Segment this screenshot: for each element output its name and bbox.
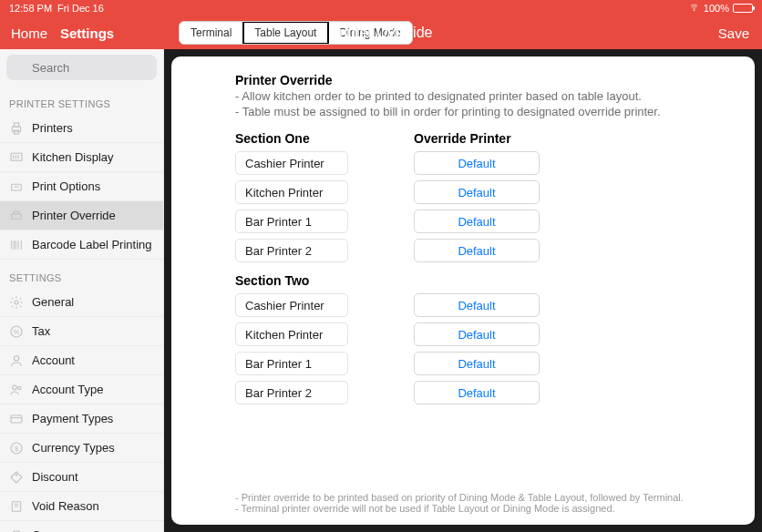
printer-row: Kitchen PrinterDefault [235, 180, 691, 204]
wifi-icon [688, 3, 700, 14]
section-name: Section Two [235, 273, 414, 288]
status-time: 12:58 PM [9, 3, 52, 14]
sidebar-item-label: Account [32, 353, 75, 367]
sidebar-item-printers[interactable]: Printers [0, 114, 163, 143]
sidebar-item-label: Currency Types [32, 441, 115, 455]
section-name: Section One [235, 131, 414, 146]
course-icon [9, 528, 24, 533]
gear-icon [9, 295, 24, 310]
override-col-header: Override Printer [414, 131, 511, 146]
override-select[interactable]: Default [414, 151, 540, 175]
svg-rect-12 [12, 214, 22, 219]
sidebar-item-print-options[interactable]: Print Options [0, 172, 163, 201]
sidebar-item-barcode-label-printing[interactable]: Barcode Label Printing [0, 230, 163, 260]
search-input[interactable] [6, 55, 157, 80]
payment-icon [9, 412, 24, 426]
printer-name: Cashier Printer [235, 151, 348, 175]
override-select[interactable]: Default [414, 210, 540, 233]
sidebar-item-tax[interactable]: %Tax [0, 317, 163, 346]
svg-text:%: % [14, 328, 19, 334]
svg-point-21 [14, 355, 18, 360]
override-select[interactable]: Default [414, 322, 540, 346]
sidebar-item-payment-types[interactable]: Payment Types [0, 404, 163, 434]
tab-table-layout[interactable]: Table Layout [243, 22, 328, 44]
save-button[interactable]: Save [718, 26, 749, 41]
sidebar-item-kitchen-display[interactable]: Kitchen Display [0, 143, 163, 172]
sidebar-item-label: Payment Types [32, 412, 113, 425]
sidebar-item-label: Barcode Label Printing [32, 238, 152, 251]
sidebar-item-currency-types[interactable]: $Currency Types [0, 434, 163, 463]
svg-point-22 [13, 385, 17, 390]
sidebar-item-label: General [32, 295, 74, 309]
sidebar-item-label: Printers [32, 121, 73, 135]
sidebar-item-general[interactable]: General [0, 288, 163, 317]
status-bar: 12:58 PM Fri Dec 16 100% [0, 0, 762, 16]
svg-point-23 [18, 386, 21, 389]
void-icon [9, 499, 24, 514]
svg-point-28 [15, 474, 16, 475]
home-link[interactable]: Home [11, 26, 47, 41]
display-icon [9, 150, 24, 165]
currency-icon: $ [9, 441, 24, 455]
override-select[interactable]: Default [414, 381, 540, 404]
svg-text:$: $ [15, 444, 18, 452]
override-select[interactable]: Default [414, 293, 540, 317]
panel-title: Printer Override [235, 73, 691, 87]
printer-name: Bar Printer 2 [235, 381, 348, 404]
printer-row: Bar Printer 2Default [235, 381, 691, 404]
account-type-icon [9, 383, 24, 397]
printer-name: Cashier Printer [235, 293, 348, 317]
printer-name: Bar Printer 1 [235, 210, 348, 233]
printer-row: Bar Printer 2Default [235, 239, 691, 262]
printer-row: Bar Printer 1Default [235, 210, 691, 233]
panel-desc-1: - Allow kitchen order to be printed to d… [235, 89, 691, 103]
sidebar-item-discount[interactable]: Discount [0, 463, 163, 492]
sidebar-item-void-reason[interactable]: Void Reason [0, 492, 163, 521]
sidebar-item-label: Void Reason [32, 499, 99, 513]
override-select[interactable]: Default [414, 352, 540, 375]
svg-rect-4 [14, 123, 18, 127]
battery-pct: 100% [704, 3, 729, 14]
account-icon [9, 353, 24, 368]
footnote-2: - Terminal printer override will not be … [235, 503, 691, 514]
svg-point-18 [15, 301, 18, 304]
sidebar-item-label: Course [32, 528, 70, 532]
printer-name: Kitchen Printer [235, 180, 348, 204]
footnote-1: - Printer override to be printed based o… [235, 492, 691, 503]
printer-row: Cashier PrinterDefault [235, 293, 691, 317]
barcode-icon [9, 238, 24, 252]
printer-row: Cashier PrinterDefault [235, 151, 691, 175]
top-bar: Home Settings Terminal Table Layout Dini… [0, 16, 762, 49]
tab-terminal[interactable]: Terminal [180, 22, 243, 44]
override-select[interactable]: Default [414, 180, 540, 204]
tax-icon: % [9, 324, 24, 339]
sidebar-item-label: Discount [32, 470, 78, 484]
print-options-icon [9, 179, 24, 194]
settings-title: Settings [60, 26, 114, 41]
group-header-printer: PRINTER SETTINGS [0, 86, 163, 114]
sidebar-item-account-type[interactable]: Account Type [0, 375, 163, 404]
sidebar-item-label: Kitchen Display [32, 150, 114, 164]
printer-icon [9, 121, 24, 136]
svg-point-0 [694, 10, 695, 11]
svg-rect-5 [14, 130, 18, 134]
battery-icon [733, 4, 753, 13]
svg-rect-24 [11, 415, 22, 423]
printer-row: Kitchen PrinterDefault [235, 322, 691, 346]
sidebar: PRINTER SETTINGS PrintersKitchen Display… [0, 49, 164, 532]
status-date: Fri Dec 16 [57, 3, 104, 14]
discount-icon [9, 470, 24, 485]
override-select[interactable]: Default [414, 239, 540, 262]
printer-name: Bar Printer 2 [235, 239, 348, 262]
group-header-settings: SETTINGS [0, 260, 163, 288]
printer-name: Kitchen Printer [235, 322, 348, 346]
svg-rect-6 [11, 153, 22, 160]
svg-rect-10 [12, 184, 22, 190]
sidebar-item-label: Account Type [32, 383, 104, 396]
panel-desc-2: - Table must be assigned to bill in orde… [235, 105, 691, 118]
printer-name: Bar Printer 1 [235, 352, 348, 375]
sidebar-item-course[interactable]: Course [0, 521, 163, 532]
sidebar-item-account[interactable]: Account [0, 346, 163, 375]
sidebar-item-printer-override[interactable]: Printer Override [0, 201, 163, 230]
page-title: Printer Override [330, 25, 433, 41]
